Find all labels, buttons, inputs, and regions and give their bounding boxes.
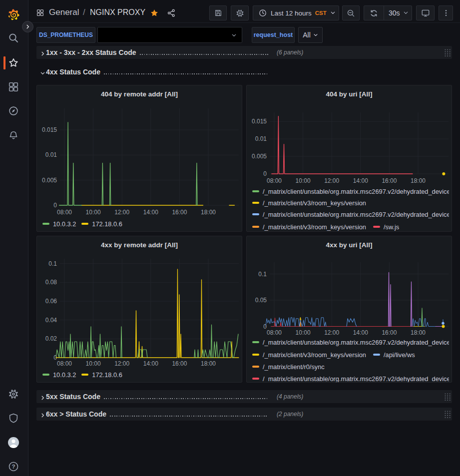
svg-text:0: 0 xyxy=(263,170,267,177)
svg-text:10:00: 10:00 xyxy=(86,360,101,367)
svg-text:08:00: 08:00 xyxy=(57,360,72,367)
svg-text:14:00: 14:00 xyxy=(143,360,158,367)
svg-text:0.06: 0.06 xyxy=(45,298,57,305)
svg-text:0.1: 0.1 xyxy=(48,260,57,267)
svg-text:0.02: 0.02 xyxy=(45,335,57,342)
svg-text:08:00: 08:00 xyxy=(267,177,282,184)
svg-text:?: ? xyxy=(12,464,15,470)
svg-text:18:00: 18:00 xyxy=(201,360,216,367)
svg-text:08:00: 08:00 xyxy=(267,329,282,336)
svg-text:0.01: 0.01 xyxy=(45,151,57,158)
svg-text:0.01: 0.01 xyxy=(255,135,267,142)
svg-text:18:00: 18:00 xyxy=(411,177,426,184)
svg-text:12:00: 12:00 xyxy=(324,329,339,336)
svg-text:12:00: 12:00 xyxy=(114,209,129,216)
svg-text:10:00: 10:00 xyxy=(296,329,311,336)
svg-text:12:00: 12:00 xyxy=(114,360,129,367)
svg-text:0: 0 xyxy=(53,202,57,209)
svg-text:0.08: 0.08 xyxy=(45,279,57,286)
svg-text:0.005: 0.005 xyxy=(42,177,57,184)
svg-text:0.005: 0.005 xyxy=(252,153,267,160)
svg-text:18:00: 18:00 xyxy=(201,209,216,216)
svg-text:18:00: 18:00 xyxy=(411,329,426,336)
svg-text:14:00: 14:00 xyxy=(143,209,158,216)
svg-text:14:00: 14:00 xyxy=(353,177,368,184)
svg-text:16:00: 16:00 xyxy=(382,177,397,184)
svg-text:0.05: 0.05 xyxy=(255,297,267,304)
svg-text:16:00: 16:00 xyxy=(172,209,187,216)
svg-text:10:00: 10:00 xyxy=(86,209,101,216)
svg-text:0.015: 0.015 xyxy=(42,126,57,133)
svg-text:0.1: 0.1 xyxy=(258,271,267,278)
svg-text:08:00: 08:00 xyxy=(57,209,72,216)
svg-text:0.015: 0.015 xyxy=(252,118,267,125)
svg-text:16:00: 16:00 xyxy=(382,329,397,336)
svg-text:10:00: 10:00 xyxy=(296,177,311,184)
svg-text:0.04: 0.04 xyxy=(45,317,57,324)
svg-text:12:00: 12:00 xyxy=(324,177,339,184)
svg-text:16:00: 16:00 xyxy=(172,360,187,367)
svg-text:14:00: 14:00 xyxy=(353,329,368,336)
